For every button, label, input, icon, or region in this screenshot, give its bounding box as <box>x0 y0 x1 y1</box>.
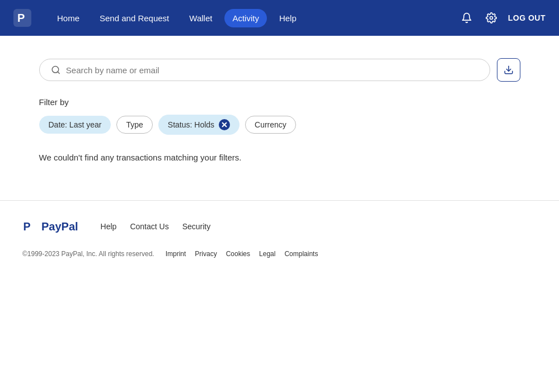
footer-logo-icon: P <box>22 219 38 234</box>
settings-button[interactable] <box>483 10 499 26</box>
filter-chip-type[interactable]: Type <box>116 116 152 134</box>
nav-right: LOG OUT <box>459 10 546 26</box>
footer: P PayPal Help Contact Us Security ©1999-… <box>0 201 559 273</box>
gear-icon <box>486 12 497 23</box>
svg-point-2 <box>490 17 492 20</box>
nav-logo[interactable]: P <box>13 9 31 27</box>
nav-help[interactable]: Help <box>271 9 304 27</box>
main-content: Filter by Date: Last year Type Status: H… <box>28 36 532 200</box>
footer-link-security[interactable]: Security <box>182 222 211 231</box>
svg-line-4 <box>58 72 59 73</box>
footer-link-contact[interactable]: Contact Us <box>130 222 168 231</box>
svg-text:P: P <box>17 12 25 24</box>
filter-chips: Date: Last year Type Status: Holds Curre… <box>39 115 520 135</box>
filter-chip-date[interactable]: Date: Last year <box>39 116 111 134</box>
filter-chip-status[interactable]: Status: Holds <box>158 115 239 135</box>
nav-links: Home Send and Request Wallet Activity He… <box>49 9 459 27</box>
nav-home[interactable]: Home <box>49 9 87 27</box>
download-button[interactable] <box>497 58 520 82</box>
footer-legal-legal[interactable]: Legal <box>259 250 275 258</box>
footer-links: Help Contact Us Security <box>101 222 211 231</box>
search-icon <box>51 65 60 75</box>
nav-wallet[interactable]: Wallet <box>181 9 220 27</box>
notification-bell-button[interactable] <box>459 10 475 26</box>
empty-state-message: We couldn't find any transactions matchi… <box>39 148 520 167</box>
svg-text:P: P <box>23 220 30 233</box>
footer-bottom: ©1999-2023 PayPal, Inc. All rights reser… <box>22 250 537 258</box>
nav-activity[interactable]: Activity <box>224 9 267 27</box>
filter-chip-currency[interactable]: Currency <box>245 116 296 134</box>
filter-section: Filter by Date: Last year Type Status: H… <box>39 97 520 135</box>
filter-label: Filter by <box>39 97 520 107</box>
footer-logo-text: PayPal <box>41 220 78 233</box>
download-icon <box>504 65 514 75</box>
close-icon <box>222 122 227 127</box>
footer-legal-cookies[interactable]: Cookies <box>226 250 250 258</box>
logout-button[interactable]: LOG OUT <box>508 13 546 22</box>
search-input-wrapper <box>39 59 490 81</box>
footer-link-help[interactable]: Help <box>101 222 117 231</box>
filter-chip-status-close-button[interactable] <box>219 119 230 130</box>
footer-legal-links: Imprint Privacy Cookies Legal Complaints <box>166 250 318 258</box>
search-input[interactable] <box>66 65 478 75</box>
bell-icon <box>461 12 472 23</box>
footer-logo: P PayPal <box>22 219 78 234</box>
footer-top: P PayPal Help Contact Us Security <box>22 219 537 234</box>
navbar: P Home Send and Request Wallet Activity … <box>0 0 559 36</box>
footer-legal-complaints[interactable]: Complaints <box>284 250 318 258</box>
footer-legal-imprint[interactable]: Imprint <box>166 250 186 258</box>
search-bar <box>39 58 520 82</box>
footer-copyright: ©1999-2023 PayPal, Inc. All rights reser… <box>22 250 154 258</box>
footer-legal-privacy[interactable]: Privacy <box>195 250 217 258</box>
nav-send-request[interactable]: Send and Request <box>92 9 177 27</box>
